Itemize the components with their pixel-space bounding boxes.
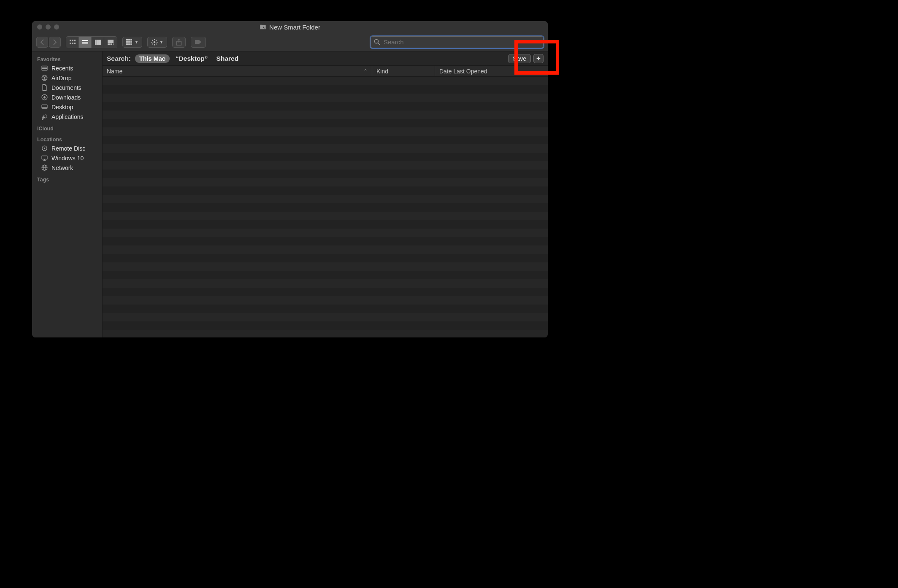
svg-point-28	[154, 41, 156, 43]
traffic-lights	[32, 24, 59, 30]
svg-rect-5	[70, 43, 71, 44]
table-row	[103, 153, 548, 161]
back-button[interactable]	[36, 37, 48, 48]
airdrop-icon	[41, 74, 48, 82]
sidebar-item-desktop[interactable]: Desktop	[32, 102, 102, 112]
sidebar-item-label: Recents	[51, 65, 73, 72]
sidebar-item-airdrop[interactable]: AirDrop	[32, 73, 102, 83]
table-row	[103, 127, 548, 136]
view-mode-segment	[66, 36, 117, 48]
table-row	[103, 321, 548, 330]
scope-desktop[interactable]: “Desktop”	[173, 55, 211, 62]
column-header-kind[interactable]: Kind	[372, 66, 435, 76]
column-header-name[interactable]: Name ⌃	[103, 66, 372, 76]
svg-rect-20	[128, 39, 130, 40]
table-row	[103, 111, 548, 119]
window-title-text: New Smart Folder	[269, 24, 320, 31]
table-row	[103, 245, 548, 254]
table-row	[103, 178, 548, 186]
table-row	[103, 254, 548, 262]
sidebar-item-remote-disc[interactable]: Remote Disc	[32, 143, 102, 153]
applications-icon	[41, 113, 48, 121]
sidebar-header-favorites[interactable]: Favorites	[32, 55, 102, 63]
recents-icon	[41, 65, 48, 72]
toolbar: ▼ ▼	[32, 33, 548, 51]
titlebar: New Smart Folder	[32, 21, 548, 33]
sidebar-item-label: Downloads	[51, 94, 81, 101]
monitor-icon	[41, 154, 48, 162]
close-window-button[interactable]	[37, 24, 42, 30]
minimize-window-button[interactable]	[46, 24, 51, 30]
svg-rect-10	[82, 43, 88, 44]
table-row	[103, 102, 548, 111]
svg-rect-3	[72, 40, 73, 41]
sidebar-item-windows-10[interactable]: Windows 10	[32, 153, 102, 163]
smart-folder-icon	[260, 24, 266, 30]
action-button[interactable]: ▼	[147, 37, 167, 48]
table-row	[103, 296, 548, 305]
svg-rect-24	[130, 41, 132, 43]
gear-icon	[151, 39, 158, 46]
sidebar-item-applications[interactable]: Applications	[32, 112, 102, 121]
svg-rect-21	[130, 39, 132, 40]
svg-rect-13	[99, 40, 101, 45]
search-field-wrap	[371, 36, 544, 48]
table-row	[103, 305, 548, 313]
column-view-button[interactable]	[92, 37, 104, 48]
svg-rect-2	[70, 40, 71, 41]
add-criteria-button[interactable]: +	[533, 54, 544, 63]
network-icon	[41, 164, 48, 172]
save-button[interactable]: Save	[508, 54, 531, 63]
column-header-date-last-opened[interactable]: Date Last Opened	[435, 66, 548, 76]
sidebar-header-tags[interactable]: Tags	[32, 175, 102, 183]
table-row	[103, 136, 548, 144]
svg-rect-51	[42, 156, 47, 159]
svg-point-50	[43, 148, 45, 149]
gallery-view-button[interactable]	[104, 37, 117, 48]
sidebar-item-downloads[interactable]: Downloads	[32, 92, 102, 102]
svg-line-33	[152, 40, 153, 40]
downloads-icon	[41, 94, 48, 101]
table-row	[103, 271, 548, 279]
sidebar-header-icloud[interactable]: iCloud	[32, 124, 102, 132]
chevron-down-icon: ▼	[160, 40, 163, 44]
window-title: New Smart Folder	[32, 24, 548, 31]
svg-rect-12	[97, 40, 99, 45]
main-content: Search: This Mac “Desktop” Shared Save +…	[103, 51, 548, 337]
icon-view-button[interactable]	[66, 37, 79, 48]
icon-view-icon	[69, 39, 76, 45]
table-row	[103, 94, 548, 102]
search-input[interactable]	[371, 36, 544, 48]
zoom-window-button[interactable]	[54, 24, 59, 30]
column-view-icon	[95, 39, 101, 45]
column-headers: Name ⌃ Kind Date Last Opened	[103, 66, 548, 77]
scope-shared[interactable]: Shared	[214, 55, 241, 62]
table-row	[103, 229, 548, 237]
table-row	[103, 195, 548, 203]
table-row	[103, 212, 548, 220]
sidebar-header-locations[interactable]: Locations	[32, 135, 102, 143]
sidebar-item-label: Applications	[51, 113, 84, 120]
table-row	[103, 313, 548, 321]
sidebar-item-network[interactable]: Network	[32, 163, 102, 173]
svg-rect-22	[126, 41, 128, 43]
sidebar-item-label: Desktop	[51, 104, 73, 111]
sidebar: Favorites Recents AirDrop Documents Down…	[32, 51, 103, 337]
sidebar-item-label: Documents	[51, 84, 81, 91]
forward-button[interactable]	[49, 37, 61, 48]
svg-rect-14	[108, 40, 114, 43]
column-header-label: Kind	[376, 68, 388, 75]
share-button[interactable]	[172, 37, 186, 48]
arrange-button[interactable]: ▼	[122, 37, 142, 48]
scope-this-mac[interactable]: This Mac	[135, 54, 170, 63]
results-list[interactable]	[103, 77, 548, 337]
sidebar-item-documents[interactable]: Documents	[32, 83, 102, 92]
sidebar-item-recents[interactable]: Recents	[32, 63, 102, 73]
table-row	[103, 161, 548, 170]
tags-button[interactable]	[191, 37, 206, 48]
svg-rect-7	[74, 43, 76, 44]
svg-rect-6	[72, 43, 73, 44]
search-icon	[374, 39, 380, 45]
search-scope-bar: Search: This Mac “Desktop” Shared Save +	[103, 51, 548, 66]
list-view-button[interactable]	[79, 37, 92, 48]
